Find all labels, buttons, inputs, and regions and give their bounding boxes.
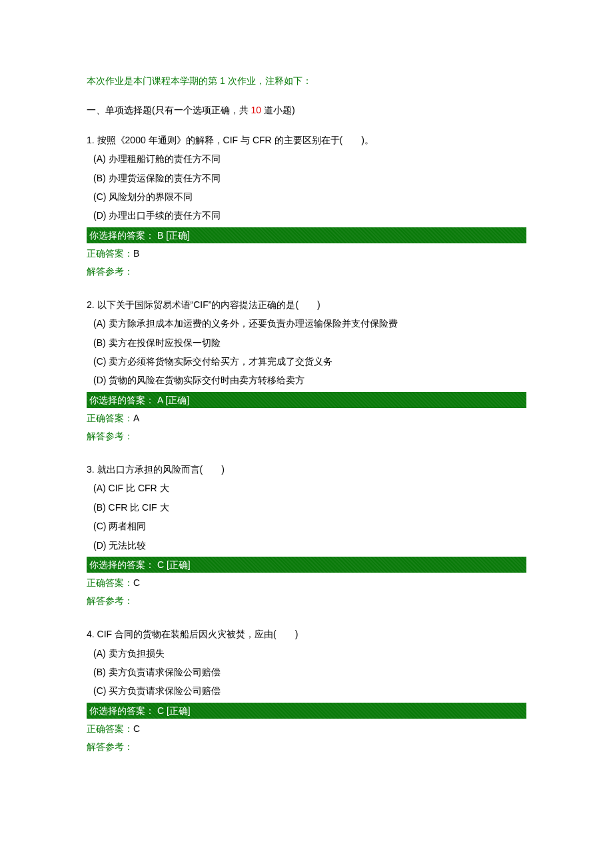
question-option: (B) 办理货运保险的责任方不同 [87, 171, 526, 185]
your-answer-label: 你选择的答案： [89, 230, 155, 241]
your-answer-label: 你选择的答案： [89, 559, 155, 570]
your-answer-value: C [155, 705, 167, 716]
question-option: (D) 无法比较 [87, 538, 526, 553]
correct-answer-label: 正确答案： [87, 723, 133, 734]
explain-label: 解答参考： [87, 429, 526, 443]
question-block: 3. 就出口方承担的风险而言( ) (A) CIF 比 CFR 大 (B) CF… [87, 462, 526, 608]
explain-label: 解答参考： [87, 264, 526, 279]
question-stem: 2. 以下关于国际贸易术语“CIF”的内容提法正确的是( ) [87, 297, 526, 312]
section-count: 10 [251, 105, 262, 115]
intro-prefix: 本次作业是本门课程本学期的第 [87, 75, 220, 86]
correct-answer-value: C [133, 577, 140, 588]
question-option: (B) 卖方负责请求保险公司赔偿 [87, 665, 526, 679]
question-block: 1. 按照《2000 年通则》的解释，CIF 与 CFR 的主要区别在于( )。… [87, 133, 526, 279]
correct-answer-value: B [133, 248, 139, 259]
your-answer-value: A [155, 395, 165, 405]
question-option: (A) 卖方除承担成本加运费的义务外，还要负责办理运输保险并支付保险费 [87, 316, 526, 331]
correct-answer-line: 正确答案：B [87, 246, 526, 261]
question-block: 2. 以下关于国际贸易术语“CIF”的内容提法正确的是( ) (A) 卖方除承担… [87, 297, 526, 443]
question-option: (D) 货物的风险在货物实际交付时由卖方转移给卖方 [87, 373, 526, 387]
question-option: (C) 买方负责请求保险公司赔偿 [87, 683, 526, 698]
correct-mark: [正确] [167, 705, 191, 716]
question-option: (C) 卖方必须将货物实际交付给买方，才算完成了交货义务 [87, 354, 526, 369]
question-stem: 1. 按照《2000 年通则》的解释，CIF 与 CFR 的主要区别在于( )。 [87, 133, 526, 147]
intro-number: 1 [220, 75, 225, 86]
correct-answer-line: 正确答案：C [87, 721, 526, 736]
explain-label: 解答参考： [87, 739, 526, 754]
correct-answer-line: 正确答案：A [87, 411, 526, 425]
assignment-intro: 本次作业是本门课程本学期的第 1 次作业，注释如下： [87, 73, 526, 88]
your-answer-bar: 你选择的答案： A [正确] [87, 392, 526, 408]
correct-answer-value: A [133, 413, 139, 423]
your-answer-label: 你选择的答案： [89, 395, 155, 405]
question-stem: 3. 就出口方承担的风险而言( ) [87, 462, 526, 477]
question-option: (C) 风险划分的界限不同 [87, 189, 526, 204]
your-answer-bar: 你选择的答案： C [正确] [87, 703, 526, 719]
your-answer-label: 你选择的答案： [89, 705, 155, 716]
question-option: (A) 卖方负担损失 [87, 646, 526, 661]
section-heading: 一、单项选择题(只有一个选项正确，共 10 道小题) [87, 103, 526, 117]
explain-label: 解答参考： [87, 593, 526, 608]
question-option: (C) 两者相同 [87, 519, 526, 533]
question-option: (D) 办理出口手续的责任方不同 [87, 208, 526, 223]
section-suffix: 道小题) [261, 105, 295, 115]
question-option: (A) 办理租船订舱的责任方不同 [87, 151, 526, 166]
correct-answer-label: 正确答案： [87, 577, 133, 588]
correct-mark: [正确] [167, 559, 191, 570]
correct-answer-value: C [133, 723, 140, 734]
correct-answer-label: 正确答案： [87, 413, 133, 423]
document-page: 本次作业是本门课程本学期的第 1 次作业，注释如下： 一、单项选择题(只有一个选… [0, 0, 613, 813]
question-option: (A) CIF 比 CFR 大 [87, 481, 526, 495]
your-answer-bar: 你选择的答案： B [正确] [87, 227, 526, 243]
your-answer-bar: 你选择的答案： C [正确] [87, 557, 526, 573]
question-stem: 4. CIF 合同的货物在装船后因火灾被焚，应由( ) [87, 627, 526, 641]
question-option: (B) CFR 比 CIF 大 [87, 500, 526, 515]
section-prefix: 一、单项选择题(只有一个选项正确，共 [87, 105, 251, 115]
your-answer-value: B [155, 230, 166, 241]
question-block: 4. CIF 合同的货物在装船后因火灾被焚，应由( ) (A) 卖方负担损失 (… [87, 627, 526, 754]
your-answer-value: C [155, 559, 167, 570]
question-option: (B) 卖方在投保时应投保一切险 [87, 335, 526, 350]
correct-answer-label: 正确答案： [87, 248, 133, 259]
correct-answer-line: 正确答案：C [87, 575, 526, 590]
correct-mark: [正确] [165, 395, 189, 405]
intro-suffix: 次作业，注释如下： [225, 75, 312, 86]
correct-mark: [正确] [166, 230, 190, 241]
